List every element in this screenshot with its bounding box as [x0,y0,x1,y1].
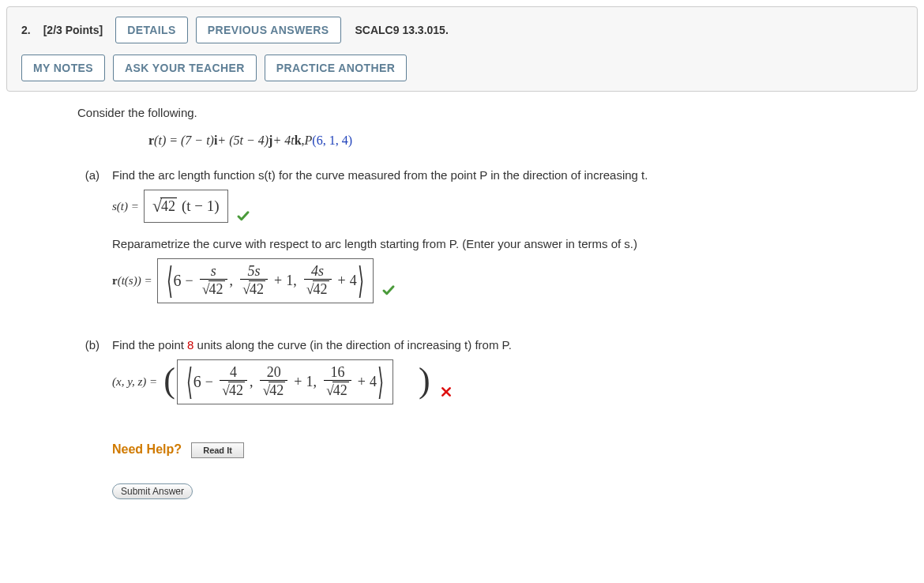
check-icon [381,284,396,300]
a2-t1-den: 42 [208,280,225,298]
a2-t3-c: 4 [350,273,357,289]
x-icon [440,386,453,401]
b-t3-num: 16 [328,365,347,380]
answer-a1-box[interactable]: √42 (t − 1) [144,190,228,223]
intro-text: Consider the following. [77,106,924,119]
b-t2-c: 1 [306,374,313,390]
read-it-button[interactable]: Read It [191,442,244,458]
answer-a1-row: s(t) = √42 (t − 1) [112,190,924,223]
b-t1-a: 6 [193,373,201,391]
need-help-label: Need Help? [112,442,182,456]
my-notes-button[interactable]: MY NOTES [21,55,105,81]
b-t1-den: 42 [228,382,245,399]
b-t3-den: 42 [332,382,349,399]
details-button[interactable]: DETAILS [115,17,188,43]
answer-a1-label: s(t) = [112,200,139,213]
part-b: (b) Find the point 8 units along the cur… [77,338,924,499]
problem-container: 2. [2/3 Points] DETAILS PREVIOUS ANSWERS… [0,6,924,520]
eq-body: (t) = (7 − t) [154,134,214,148]
a1-factor: (t − 1) [182,197,220,215]
submit-answer-button[interactable]: Submit Answer [112,483,193,499]
pb-pre: Find the point [112,338,187,352]
part-b-prompt: Find the point 8 units along the curve (… [112,338,924,352]
part-b-label: (b) [77,338,100,499]
part-a: (a) Find the arc length function s(t) fo… [77,168,924,318]
b-t1-num: 4 [227,365,239,380]
question-number: 2. [21,24,31,36]
eq-k: k [295,134,302,148]
ask-your-teacher-button[interactable]: ASK YOUR TEACHER [113,55,257,81]
question-header: 2. [2/3 Points] DETAILS PREVIOUS ANSWERS… [6,6,918,92]
check-icon [236,209,250,226]
eq-P: P [305,134,313,148]
question-reference: SCALC9 13.3.015. [355,24,449,36]
eq-P-args: (6, 1, 4) [312,134,352,148]
a1-sqrt-arg: 42 [160,197,177,215]
a2-t2-num: 5s [246,264,263,279]
part-a-label: (a) [77,168,100,318]
previous-answers-button[interactable]: PREVIOUS ANSWERS [196,17,341,43]
practice-another-button[interactable]: PRACTICE ANOTHER [265,55,408,81]
given-equation: r(t) = (7 − t)i + (5t − 4)j + 4tk, P(6, … [77,130,924,160]
answer-b-row: (x, y, z) = ( ⟨ 6− 4√42 , 20√42 +1 , 16√… [112,359,924,404]
eq-mid2: + 4t [272,134,294,148]
need-help-row: Need Help? Read It [112,442,924,458]
eq-r: r [148,134,154,148]
answer-a2-box[interactable]: ⟨ 6− s√42 , 5s√42 +1 , 4s√42 +4 ⟩ [157,258,374,303]
answer-a2-row: r(t(s)) = ⟨ 6− s√42 , 5s√42 +1 , 4s√42 [112,258,924,303]
answer-b-box[interactable]: ⟨ 6− 4√42 , 20√42 +1 , 16√42 +4 ⟩ [177,359,393,404]
b-t2-den: 42 [269,382,285,399]
answer-a2-label: r(t(s)) = [112,274,152,288]
b-t2-num: 20 [265,365,284,380]
header-row-1: 2. [2/3 Points] DETAILS PREVIOUS ANSWERS… [21,17,903,43]
points-label: [2/3 Points] [43,24,103,36]
question-body: Consider the following. r(t) = (7 − t)i … [0,92,924,520]
pb-post: units along the curve (in the direction … [193,338,511,352]
a2-t3-den: 42 [313,280,329,298]
a2-t2-c: 1 [286,273,293,289]
a2-t2-den: 42 [249,280,265,298]
a2-t1-num: s [208,264,219,279]
part-a-prompt-1: Find the arc length function s(t) for th… [112,168,924,182]
header-row-2: MY NOTES ASK YOUR TEACHER PRACTICE ANOTH… [21,55,903,81]
a2-t3-num: 4s [309,264,326,279]
answer-b-label: (x, y, z) = [112,375,157,389]
b-t3-c: 4 [370,374,377,390]
part-a-prompt-2: Reparametrize the curve with respect to … [112,237,924,250]
eq-mid1: + (5t − 4) [217,134,269,148]
a2-t1-a: 6 [174,272,182,290]
